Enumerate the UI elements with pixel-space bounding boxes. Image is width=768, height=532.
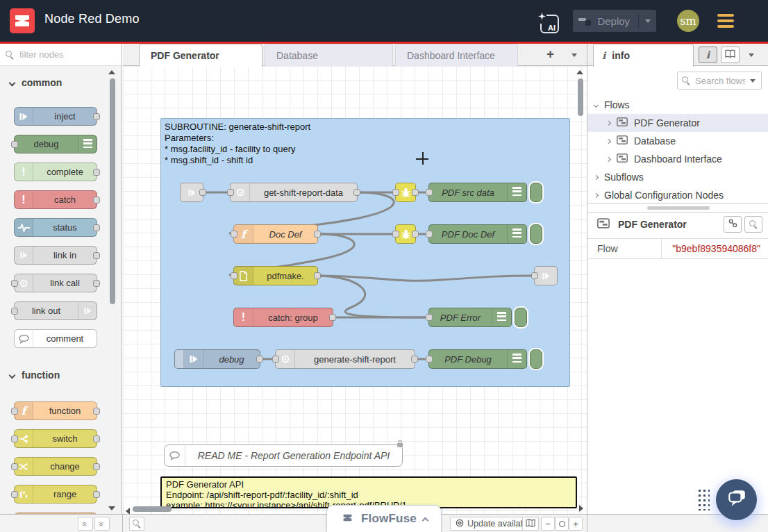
- port[interactable]: [93, 169, 100, 176]
- palette-node-change[interactable]: change: [14, 457, 97, 476]
- palette-scrollbar[interactable]: [110, 78, 115, 304]
- port[interactable]: [329, 314, 336, 321]
- tree-item-dashboard-interface[interactable]: Dashboard Interface: [587, 150, 768, 168]
- port[interactable]: [199, 189, 206, 196]
- node-debug-bug-2[interactable]: [395, 224, 416, 244]
- sidebar-options-caret[interactable]: [749, 53, 754, 57]
- node-pdf-error[interactable]: PDF Error: [428, 308, 512, 327]
- port[interactable]: [256, 356, 263, 363]
- port[interactable]: [11, 408, 18, 415]
- port[interactable]: [231, 231, 237, 238]
- tab-database[interactable]: Database: [265, 44, 393, 66]
- port[interactable]: [314, 231, 321, 238]
- palette-node-switch[interactable]: switch: [14, 429, 97, 448]
- palette-expand-button[interactable]: »: [94, 517, 110, 531]
- port[interactable]: [11, 308, 18, 315]
- palette-node-link-in[interactable]: link in: [14, 246, 97, 265]
- palette-node-debug[interactable]: debug: [14, 135, 97, 153]
- palette-filter-input[interactable]: [18, 49, 101, 60]
- node-pdf-src-data[interactable]: PDF src data: [428, 183, 527, 202]
- flow-canvas[interactable]: SUBROUTINE: generate-shift-report Parame…: [123, 66, 587, 514]
- node-link-in[interactable]: [180, 183, 203, 202]
- node-doc-def[interactable]: f Doc Def: [233, 224, 318, 244]
- port[interactable]: [93, 280, 100, 287]
- tree-subflows[interactable]: Subflows: [587, 168, 768, 186]
- port[interactable]: [93, 463, 100, 470]
- tab-pdf-generator[interactable]: PDF Generator: [139, 44, 262, 67]
- port[interactable]: [227, 189, 234, 196]
- port[interactable]: [11, 280, 18, 287]
- tree-item-pdf-generator[interactable]: PDF Generator: [587, 114, 768, 132]
- search-caret[interactable]: [750, 79, 756, 83]
- port[interactable]: [93, 197, 100, 203]
- inject-button[interactable]: [175, 350, 184, 368]
- port[interactable]: [272, 356, 279, 363]
- debug-toggle-button[interactable]: [515, 308, 527, 327]
- deploy-dropdown-caret[interactable]: [645, 19, 651, 23]
- tree-global-config[interactable]: Global Configuration Nodes: [587, 186, 768, 204]
- port[interactable]: [392, 231, 399, 238]
- ai-assistant-button[interactable]: AI: [540, 15, 559, 33]
- port[interactable]: [314, 272, 321, 279]
- tab-dashboard-interface[interactable]: Dashboard Interface: [395, 44, 518, 66]
- flow-id-value[interactable]: "b9ebf893594086f8": [662, 239, 768, 258]
- palette-node-catch[interactable]: ! catch: [14, 190, 97, 209]
- hamburger-menu-icon[interactable]: [717, 14, 734, 28]
- port[interactable]: [93, 224, 100, 231]
- node-generate-shift-report[interactable]: generate-shift-report: [275, 349, 415, 369]
- node-catch-group[interactable]: ! catch: group: [233, 308, 333, 327]
- palette-node-function[interactable]: f function: [14, 401, 97, 420]
- port[interactable]: [426, 231, 433, 238]
- add-tab-button[interactable]: +: [546, 47, 554, 62]
- debug-toggle-button[interactable]: [530, 349, 542, 369]
- palette-collapse-button[interactable]: «: [78, 517, 93, 531]
- help-book-button[interactable]: [721, 47, 740, 63]
- port[interactable]: [93, 491, 100, 498]
- palette-scroll-down-icon[interactable]: [108, 506, 115, 510]
- port[interactable]: [11, 491, 18, 498]
- zoom-reset-button[interactable]: [555, 517, 569, 531]
- flow-search-input[interactable]: [694, 75, 746, 87]
- canvas-scroll-left-icon[interactable]: [126, 508, 130, 514]
- port[interactable]: [231, 272, 237, 279]
- palette-node-complete[interactable]: ! complete: [14, 163, 97, 181]
- flowfuse-panel-button[interactable]: FlowFuse: [326, 505, 442, 532]
- node-link-out[interactable]: [534, 266, 558, 285]
- port[interactable]: [93, 435, 100, 442]
- palette-search[interactable]: [0, 44, 122, 66]
- palette-category-function[interactable]: function: [10, 369, 60, 381]
- port[interactable]: [531, 272, 538, 279]
- port[interactable]: [392, 189, 399, 196]
- port[interactable]: [11, 463, 18, 470]
- deploy-button[interactable]: Deploy: [573, 10, 656, 32]
- palette-node-status[interactable]: status: [14, 218, 97, 237]
- node-pdf-doc-def[interactable]: PDF Doc Def: [428, 224, 527, 244]
- navigator-button[interactable]: [522, 517, 539, 531]
- palette-node-link-out[interactable]: link out: [14, 301, 97, 320]
- user-avatar[interactable]: sm: [677, 10, 699, 32]
- tab-info[interactable]: i info: [593, 44, 694, 67]
- sidebar-splitter[interactable]: [587, 203, 768, 213]
- node-comment-readme[interactable]: READ ME - Report Generation Endpoint API: [164, 444, 403, 467]
- node-get-shift-report-data[interactable]: get-shift-report-data: [230, 183, 358, 202]
- palette-category-common[interactable]: common: [10, 77, 62, 88]
- palette-node-inject[interactable]: inject: [14, 107, 97, 126]
- port[interactable]: [93, 408, 100, 415]
- node-inject-debug[interactable]: debug: [174, 349, 260, 369]
- port[interactable]: [93, 113, 100, 120]
- canvas-vscrollbar[interactable]: [578, 78, 583, 116]
- tree-flows[interactable]: Flows: [587, 96, 768, 114]
- port[interactable]: [353, 189, 360, 196]
- search-flow-button[interactable]: [744, 216, 762, 233]
- port[interactable]: [412, 189, 419, 196]
- chat-drag-handle[interactable]: [696, 488, 710, 510]
- palette-scroll-up-icon[interactable]: [108, 70, 115, 74]
- zoom-search-button[interactable]: [129, 517, 144, 531]
- info-view-button[interactable]: i: [699, 47, 717, 63]
- wire[interactable]: [318, 276, 425, 317]
- zoom-out-button[interactable]: −: [541, 517, 555, 531]
- port[interactable]: [93, 252, 100, 259]
- api-note-box[interactable]: PDF Generator API Endpoint: /api/shift-r…: [160, 476, 577, 508]
- canvas-hscrollbar[interactable]: [133, 506, 172, 512]
- port[interactable]: [426, 189, 433, 196]
